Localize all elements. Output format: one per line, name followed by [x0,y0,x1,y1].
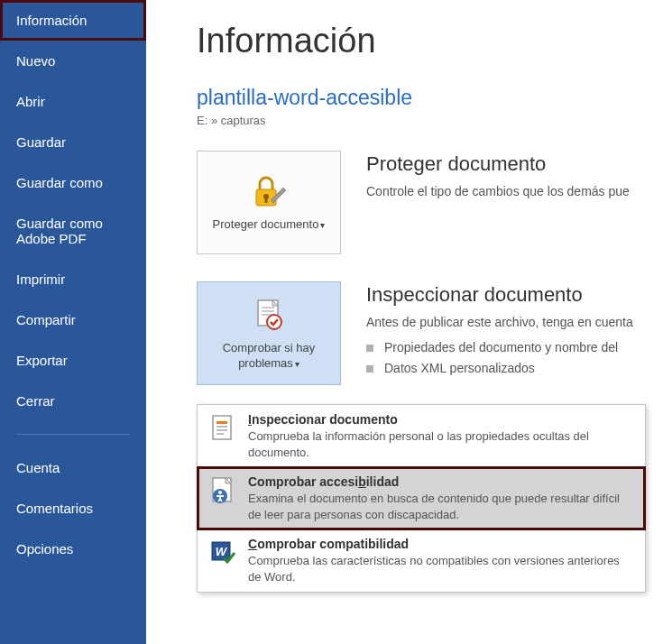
sidebar-item-nuevo[interactable]: Nuevo [0,41,146,81]
menu-item-check-compatibility[interactable]: W Comprobar compatibilidad Comprueba las… [198,529,645,592]
sidebar-item-opciones[interactable]: Opciones [0,529,146,569]
menu-item-desc: Examina el documento en busca de conteni… [248,491,634,522]
check-issues-tile[interactable]: Comprobar si hay problemas▾ [197,281,341,385]
check-issues-tile-label: Comprobar si hay problemas▾ [198,341,340,372]
sidebar-divider [16,434,130,435]
protect-tile-label: Proteger documento▾ [213,217,326,233]
sidebar-item-comentarios[interactable]: Comentarios [0,488,146,529]
menu-item-title: Comprobar accesibilidad [248,474,634,489]
sidebar-item-cuenta[interactable]: Cuenta [0,447,146,488]
protect-desc: Controle el tipo de cambios que los demá… [366,183,663,201]
svg-rect-10 [216,421,227,424]
document-path: E: » capturas [197,114,663,127]
document-check-icon [251,296,287,334]
protect-document-tile[interactable]: Proteger documento▾ [197,151,341,254]
word-check-icon: W [208,538,237,567]
svg-rect-2 [265,198,268,203]
check-issues-dropdown: Inspeccionar documento Comprueba la info… [197,404,646,593]
svg-rect-11 [216,426,227,428]
menu-item-check-accessibility[interactable]: Comprobar accesibilidad Examina el docum… [198,467,645,529]
bullet-text: Datos XML personalizados [384,358,535,380]
lock-key-icon [249,172,289,210]
sidebar-item-guardar[interactable]: Guardar [0,122,146,162]
sidebar-item-compartir[interactable]: Compartir [0,299,146,340]
sidebar-item-cerrar[interactable]: Cerrar [0,381,146,421]
bullet-icon [366,365,373,373]
svg-text:W: W [216,545,228,558]
menu-item-desc: Comprueba la información personal o las … [248,428,634,460]
sidebar-item-informacion[interactable]: Información [0,0,146,41]
document-lines-icon [208,414,237,443]
sidebar-item-imprimir[interactable]: Imprimir [0,259,146,299]
sidebar-item-guardar-como[interactable]: Guardar como [0,162,146,203]
main-panel: Información plantilla-word-accesible E: … [146,0,663,644]
page-title: Información [197,22,663,60]
protect-heading: Proteger documento [366,152,663,176]
menu-item-inspect-document[interactable]: Inspeccionar documento Comprueba la info… [198,405,645,467]
bullet-icon [366,345,373,352]
sidebar: Información Nuevo Abrir Guardar Guardar … [0,0,146,644]
menu-item-desc: Comprueba las características no compati… [248,553,634,584]
sidebar-item-guardar-pdf[interactable]: Guardar como Adobe PDF [0,203,146,259]
bullet-text: Propiedades del documento y nombre del [384,337,618,359]
inspect-section: Comprobar si hay problemas▾ Inspeccionar… [197,281,663,385]
svg-rect-13 [216,433,224,435]
protect-section: Proteger documento▾ Proteger documento C… [197,151,663,254]
document-title[interactable]: plantilla-word-accesible [197,86,663,110]
inspect-bullets: Propiedades del documento y nombre del D… [366,337,663,381]
inspect-desc: Antes de publicar este archivo, tenga en… [366,314,663,332]
menu-item-title: Inspeccionar documento [248,412,634,427]
sidebar-item-abrir[interactable]: Abrir [0,81,146,122]
document-accessibility-icon [208,476,237,505]
menu-item-title: Comprobar compatibilidad [248,537,634,551]
sidebar-item-exportar[interactable]: Exportar [0,340,146,381]
svg-rect-12 [216,429,227,431]
inspect-heading: Inspeccionar documento [366,283,663,307]
svg-point-17 [218,491,222,494]
